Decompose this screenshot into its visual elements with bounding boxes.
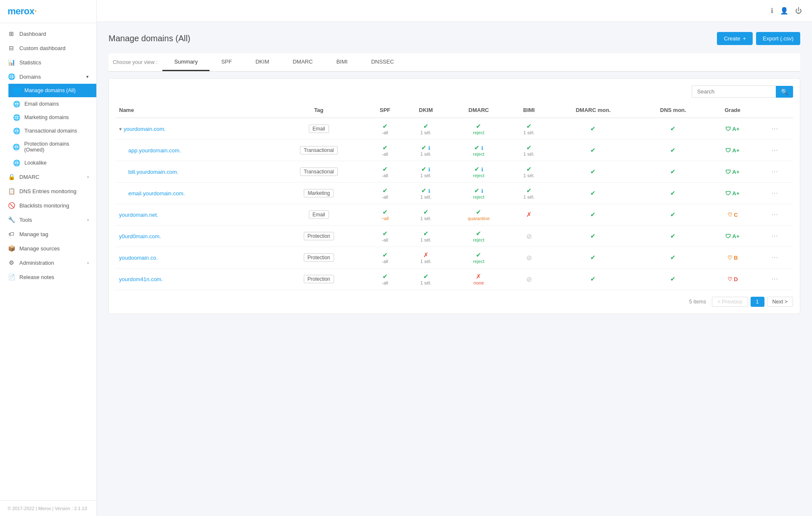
info-icon[interactable]: ℹ [481,167,483,173]
page-1-button[interactable]: 1 [751,297,764,307]
next-page-button[interactable]: Next > [767,297,793,307]
col-dmarc: DMARC [448,103,509,118]
tab-dmarc[interactable]: DMARC [281,53,325,71]
domain-link[interactable]: app.yourdomain.com. [128,147,181,154]
grade-badge: 🛡 A+ [725,169,739,175]
header-buttons: Create + Export (.csv) [717,32,800,45]
cell-name: youdoomain.co. [116,247,271,269]
table-body: ▾yourdomain.com. Email ✔ -all ✔ 1 sél. ✔… [116,118,793,290]
sidebar-item-label: Marketing domains [24,114,69,120]
sidebar-item-custom-dashboard[interactable]: ⊟ Custom dashboard [0,41,96,55]
sidebar-item-statistics[interactable]: 📊 Statistics [0,55,96,69]
search-input[interactable] [692,85,776,98]
cell-dkim: ✔ ℹ 1 sél. [403,183,448,204]
choose-view-label: Choose your view : [113,53,157,71]
domain-link[interactable]: yourdomain.com. [124,126,166,132]
sidebar-footer: © 2017-2022 | Merox | Version : 2.1.13 [0,500,96,516]
cell-dmarc: ✔ reject [448,118,509,140]
cell-spf: ✔ -all [366,140,404,161]
info-icon[interactable]: ℹ [428,145,430,151]
domain-link[interactable]: y0urd0main.com. [119,233,161,239]
sidebar-item-manage-tag[interactable]: 🏷 Manage tag [0,227,96,241]
sidebar-item-blacklists[interactable]: 🚫 Blacklists monitoring [0,198,96,213]
table-row: bill.yourdomain.com. Transactional ✔ -al… [116,161,793,183]
grade-badge: ♡ B [727,255,738,261]
sidebar-item-dns-monitoring[interactable]: 📋 DNS Entries monitoring [0,184,96,198]
sidebar-item-label: Administration [19,260,54,266]
cell-bimi: ⊘ [509,226,549,247]
cell-dkim: ✗ 1 sél. [403,247,448,269]
sidebar-item-release-notes[interactable]: 📄 Release notes [0,270,96,284]
sidebar-item-manage-domains[interactable]: 🌐 Manage domains (All) [8,84,96,97]
dmarc-icon: 🔒 [8,173,15,180]
logout-icon[interactable]: ⏻ [795,7,802,15]
info-icon[interactable]: ℹ [481,188,483,194]
cell-actions: ··· [756,183,793,204]
info-icon[interactable]: ℹ [771,7,773,15]
sidebar-item-label: Dashboard [19,31,46,37]
sidebar-item-administration[interactable]: ⚙ Administration › [0,255,96,270]
cell-tag: Email [271,204,366,226]
domain-link[interactable]: yourdom41n.com. [119,276,163,282]
sidebar-item-transactional-domains[interactable]: 🌐 Transactional domains [8,124,96,138]
sidebar-item-dashboard[interactable]: ⊞ Dashboard [0,27,96,41]
tab-dkim[interactable]: DKIM [244,53,281,71]
sidebar-item-email-domains[interactable]: 🌐 Email domains [8,97,96,111]
export-button[interactable]: Export (.csv) [756,32,800,45]
col-bimi: BIMI [509,103,549,118]
dkim-sub: 1 sél. [407,259,445,264]
cell-spf: ✔ -all [366,226,404,247]
more-options-button[interactable]: ··· [770,210,780,219]
cell-bimi: ✗ [509,204,549,226]
spf-sub: -all [370,194,401,199]
marketing-domains-icon: 🌐 [13,114,20,121]
sidebar-item-protection-domains[interactable]: 🌐 Protection domains (Owned) [8,138,96,156]
cell-tag: Protection [271,269,366,290]
sidebar-item-tools[interactable]: 🔧 Tools › [0,213,96,227]
create-button[interactable]: Create + [717,32,753,45]
expand-icon[interactable]: ▾ [119,126,122,132]
more-options-button[interactable]: ··· [770,274,780,284]
items-count: 5 items [689,299,706,305]
cell-dkim: ✔ ℹ 1 sél. [403,140,448,161]
sidebar-item-dmarc[interactable]: 🔒 DMARC › [0,170,96,184]
create-label: Create [724,35,740,42]
domain-link[interactable]: bill.yourdomain.com. [128,169,178,175]
cell-dmarc: ✔ ℹ reject [448,140,509,161]
sidebar-item-label: DMARC [19,174,40,180]
search-button[interactable]: 🔍 [776,86,793,98]
cell-bimi: ✔ 1 sél. [509,183,549,204]
sidebar-item-marketing-domains[interactable]: 🌐 Marketing domains [8,111,96,124]
manage-domains-icon: 🌐 [13,87,20,94]
cell-tag: Protection [271,247,366,269]
more-options-button[interactable]: ··· [770,189,780,198]
domain-link[interactable]: yourdomain.net. [119,212,158,218]
sidebar-item-domains[interactable]: 🌐 Domains ▾ [0,69,96,84]
user-icon[interactable]: 👤 [780,7,788,15]
info-icon[interactable]: ℹ [428,167,430,173]
more-options-button[interactable]: ··· [770,146,780,155]
info-icon[interactable]: ℹ [481,145,483,151]
tab-summary[interactable]: Summary [162,53,210,71]
cell-name: app.yourdomain.com. [116,140,271,161]
prev-page-button[interactable]: < Previous [712,297,748,307]
sidebar-item-manage-sources[interactable]: 📦 Manage sources [0,241,96,255]
tab-spf[interactable]: SPF [210,53,244,71]
info-icon[interactable]: ℹ [428,188,430,194]
sidebar-item-lookalike[interactable]: 🌐 Lookalike [8,156,96,170]
tab-dnssec[interactable]: DNSSEC [359,53,406,71]
more-options-button[interactable]: ··· [770,167,780,176]
tab-bimi[interactable]: BIMI [324,53,359,71]
more-options-button[interactable]: ··· [770,231,780,241]
cell-dns-mon: ✔ [638,204,708,226]
more-options-button[interactable]: ··· [770,124,780,133]
more-options-button[interactable]: ··· [770,253,780,262]
spf-sub: -all [370,152,401,157]
cell-grade: 🛡 A+ [709,118,757,140]
dmarc-sub: reject [451,130,506,135]
dmarc-sub: reject [451,173,506,178]
cell-tag: Protection [271,226,366,247]
domain-link[interactable]: email.yourdomain.com. [128,190,185,197]
cell-bimi: ✔ 1 sél. [509,140,549,161]
domain-link[interactable]: youdoomain.co. [119,255,158,261]
